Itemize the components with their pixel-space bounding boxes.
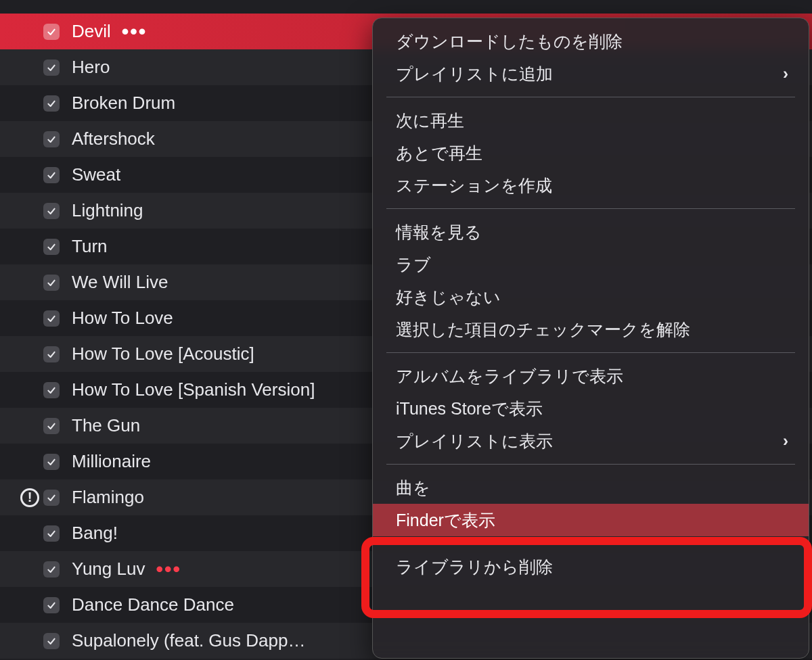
track-title: How To Love <box>72 308 173 329</box>
track-title: Devil <box>72 21 111 42</box>
menu-item[interactable]: 選択した項目のチェックマークを解除 <box>373 313 809 346</box>
menu-item-label: 情報を見る <box>396 221 482 243</box>
menu-separator <box>386 464 795 465</box>
menu-item[interactable]: ライブラリから削除 <box>373 550 809 583</box>
menu-item-label: アルバムをライブラリで表示 <box>396 365 623 387</box>
track-checkbox[interactable] <box>43 597 60 613</box>
menu-item[interactable]: プレイリストに表示› <box>373 425 809 457</box>
track-checkbox[interactable] <box>43 239 60 255</box>
status-column: ! <box>16 488 43 507</box>
track-title: Broken Drum <box>72 93 175 114</box>
menu-item[interactable]: アルバムをライブラリで表示 <box>373 360 809 392</box>
track-checkbox[interactable] <box>43 95 60 112</box>
chevron-right-icon: › <box>783 431 788 450</box>
menu-item[interactable]: ダウンロードしたものを削除 <box>373 25 809 57</box>
menu-item-label: 選択した項目のチェックマークを解除 <box>396 319 690 341</box>
track-title: Flamingo <box>72 487 144 508</box>
menu-item[interactable]: 情報を見る <box>373 216 809 248</box>
menu-item[interactable]: あとで再生 <box>373 137 809 169</box>
track-checkbox[interactable] <box>43 310 60 327</box>
track-title: Supalonely (feat. Gus Dapp… <box>72 630 305 651</box>
more-icon[interactable]: ••• <box>122 22 148 42</box>
track-checkbox[interactable] <box>43 24 60 40</box>
menu-item-label: Finderで表示 <box>396 509 495 532</box>
menu-item[interactable]: 好きじゃない <box>373 281 809 313</box>
track-checkbox[interactable] <box>43 418 60 434</box>
warning-icon: ! <box>20 488 39 507</box>
menu-item-label: ダウンロードしたものを削除 <box>396 30 623 53</box>
track-title: We Will Live <box>72 272 168 293</box>
track-checkbox[interactable] <box>43 382 60 398</box>
track-checkbox[interactable] <box>43 346 60 362</box>
track-title: How To Love [Acoustic] <box>72 344 254 364</box>
menu-separator <box>386 208 795 209</box>
menu-item-label: あとで再生 <box>396 142 482 164</box>
menu-item[interactable]: ラブ <box>373 248 809 281</box>
menu-separator <box>386 543 795 544</box>
track-checkbox[interactable] <box>43 561 60 578</box>
track-title: How To Love [Spanish Version] <box>72 379 315 400</box>
track-checkbox[interactable] <box>43 490 60 506</box>
track-checkbox[interactable] <box>43 633 60 649</box>
menu-item-label: ステーションを作成 <box>396 174 552 197</box>
context-menu[interactable]: ダウンロードしたものを削除プレイリストに追加›次に再生あとで再生ステーションを作… <box>372 18 809 659</box>
track-checkbox[interactable] <box>43 131 60 147</box>
menu-item-label: プレイリストに表示 <box>396 430 553 452</box>
menu-separator <box>386 352 795 353</box>
track-title: Yung Luv <box>72 559 145 580</box>
track-title: Hero <box>72 57 110 78</box>
menu-item[interactable]: 曲を <box>373 471 809 504</box>
track-title: Aftershock <box>72 128 155 149</box>
more-icon[interactable]: ••• <box>156 559 181 580</box>
menu-item[interactable]: ステーションを作成 <box>373 169 809 202</box>
menu-item-label: iTunes Storeで表示 <box>396 398 543 420</box>
menu-item-label: 好きじゃない <box>396 286 501 308</box>
track-title: Bang! <box>72 523 118 544</box>
track-title: Sweat <box>72 164 120 185</box>
track-checkbox[interactable] <box>43 454 60 470</box>
menu-item[interactable]: 次に再生 <box>373 104 809 137</box>
menu-item[interactable]: Finderで表示 <box>373 504 809 536</box>
track-title: Lightning <box>72 200 143 221</box>
track-title: Turn <box>72 236 108 257</box>
menu-item-label: 曲を <box>396 477 430 499</box>
track-checkbox[interactable] <box>43 525 60 542</box>
menu-item-label: プレイリストに追加 <box>396 63 553 85</box>
menu-item[interactable]: iTunes Storeで表示 <box>373 392 809 425</box>
track-checkbox[interactable] <box>43 275 60 291</box>
track-checkbox[interactable] <box>43 60 60 76</box>
chevron-right-icon: › <box>783 64 788 83</box>
menu-item-label: ライブラリから削除 <box>396 556 553 578</box>
track-checkbox[interactable] <box>43 203 60 219</box>
menu-separator <box>386 97 795 97</box>
track-title: Dance Dance Dance <box>72 594 234 615</box>
track-title: The Gun <box>72 415 140 436</box>
track-checkbox[interactable] <box>43 167 60 183</box>
menu-item-label: ラブ <box>396 254 431 276</box>
track-title: Millionaire <box>72 451 151 472</box>
menu-item-label: 次に再生 <box>396 110 464 132</box>
menu-item[interactable]: プレイリストに追加› <box>373 57 809 90</box>
